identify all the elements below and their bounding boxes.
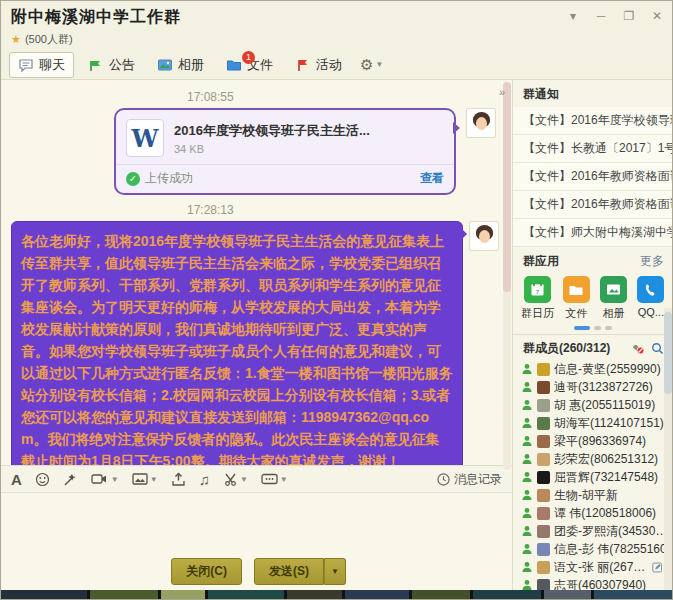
member-row[interactable]: 梁平(896336974)	[521, 432, 672, 450]
tab-相册[interactable]: 相册	[149, 53, 212, 77]
close-button[interactable]: 关闭(C)	[171, 558, 242, 585]
member-avatar	[537, 417, 550, 430]
view-file-link[interactable]: 查看	[420, 170, 444, 187]
member-row[interactable]: 彭荣宏(806251312)	[521, 450, 672, 468]
app-label: QQ...	[638, 306, 664, 318]
window-menu-icon[interactable]: ▾	[566, 9, 580, 23]
tab-聊天[interactable]: 聊天	[9, 52, 74, 78]
mute-notifications-icon[interactable]	[631, 342, 645, 355]
member-name: 生物-胡平新	[554, 487, 618, 504]
member-row[interactable]: 志哥(460307940)	[521, 576, 672, 590]
edit-icon[interactable]	[652, 561, 662, 574]
member-name: 屈晋辉(732147548)	[554, 469, 658, 486]
font-icon[interactable]: A	[11, 471, 22, 488]
online-status-icon	[521, 489, 533, 501]
tab-bar: 聊天公告相册1文件活动⚙▼	[1, 48, 672, 80]
app-相册[interactable]: 相册	[598, 276, 628, 321]
emoji-icon[interactable]	[35, 472, 50, 487]
settings-gear-icon[interactable]: ⚙▼	[360, 56, 383, 74]
file-message-row: W 2016年度学校领导班子民主生活... 34 KB ✓ 上传成功 查看	[114, 108, 512, 195]
member-avatar	[537, 399, 550, 412]
message-input[interactable]	[1, 493, 512, 557]
page-dot[interactable]	[594, 326, 601, 330]
member-row[interactable]: 团委-罗熙清(345306773)	[521, 522, 672, 540]
taskbar-segment	[345, 590, 409, 599]
notice-item[interactable]: 【文件】2016年教师资格面试附中...	[513, 191, 672, 219]
member-row[interactable]: 胡海军(1124107151)	[521, 414, 672, 432]
member-row[interactable]: 信息-彭 伟(78255160)	[521, 540, 672, 558]
page-dot[interactable]	[605, 326, 612, 330]
message-text: 各位老师好，现将2016年度学校领导班子民主生活会的意见征集表上传至群共享，值此…	[21, 230, 453, 465]
member-avatar	[537, 579, 550, 591]
member-name: 信息-黄坚(2559990)	[554, 361, 661, 378]
chat-scrollbar-thumb[interactable]	[503, 82, 511, 292]
search-icon[interactable]	[651, 342, 664, 355]
sender-avatar[interactable]	[466, 108, 496, 138]
member-avatar	[537, 381, 550, 394]
member-row[interactable]: 胡 惠(2055115019)	[521, 396, 672, 414]
member-name: 梁平(896336974)	[554, 433, 646, 450]
taskbar-segment	[594, 590, 672, 599]
files-icon: 1	[226, 57, 242, 73]
taskbar-segment	[1, 590, 87, 599]
notice-item[interactable]: 【文件】长教通〔2017〕1号.doc	[513, 135, 672, 163]
tab-活动[interactable]: 活动	[287, 53, 350, 77]
message-box-icon[interactable]: ▼	[261, 473, 288, 486]
member-avatar	[537, 525, 550, 538]
app-QQ...[interactable]: QQ...	[636, 276, 666, 321]
shake-icon[interactable]	[63, 472, 78, 487]
online-status-icon	[521, 381, 533, 393]
group-title: 附中梅溪湖中学工作群	[11, 7, 566, 28]
member-name: 语文-张 丽(26793662)	[554, 559, 648, 576]
upload-status: 上传成功	[145, 170, 415, 187]
member-row[interactable]: 信息-黄坚(2559990)	[521, 360, 672, 378]
member-row[interactable]: 谭 伟(1208518006)	[521, 504, 672, 522]
maximize-icon[interactable]: ❐	[622, 9, 636, 23]
apps-header: 群应用 更多	[513, 247, 672, 272]
message-history-button[interactable]: 消息记录	[437, 471, 502, 488]
online-status-icon	[521, 363, 533, 375]
send-button[interactable]: 发送(S)	[254, 558, 324, 585]
notice-item[interactable]: 【文件】师大附中梅溪湖中学外派...	[513, 219, 672, 247]
member-row[interactable]: 语文-张 丽(26793662)	[521, 558, 672, 576]
screenshot-icon[interactable]: ▼	[223, 472, 248, 487]
close-icon[interactable]: ✕	[650, 9, 664, 23]
member-name: 团委-罗熙清(345306773)	[554, 523, 672, 540]
app-群日历[interactable]: 7群日历	[521, 276, 554, 321]
text-message-row: 各位老师好，现将2016年度学校领导班子民主生活会的意见征集表上传至群共享，值此…	[11, 221, 512, 465]
notice-item[interactable]: 【文件】2016年度学校领导班子民...	[513, 107, 672, 135]
page-dot-active[interactable]	[574, 326, 590, 330]
titlebar: 附中梅溪湖中学工作群 ▾ ─ ❐ ✕	[1, 1, 672, 31]
minimize-icon[interactable]: ─	[594, 9, 608, 23]
send-options-caret[interactable]: ▼	[324, 558, 346, 585]
taskbar-segment	[412, 590, 470, 599]
file-message-bubble[interactable]: W 2016年度学校领导班子民主生活... 34 KB ✓ 上传成功 查看	[114, 108, 456, 195]
notice-item[interactable]: 【文件】2016年教师资格面试实施...	[513, 163, 672, 191]
timestamp: 17:28:13	[187, 203, 512, 217]
tab-文件[interactable]: 1文件	[218, 53, 281, 77]
taskbar-segment	[208, 590, 284, 599]
member-row[interactable]: 屈晋辉(732147548)	[521, 468, 672, 486]
app-文件[interactable]: 文件	[561, 276, 591, 321]
member-row[interactable]: 生物-胡平新	[521, 486, 672, 504]
sidebar-scrollbar[interactable]	[664, 308, 672, 590]
member-row[interactable]: 迪哥(3123872726)	[521, 378, 672, 396]
app-label: 文件	[565, 306, 587, 321]
video-icon[interactable]: ▼	[91, 472, 119, 486]
collapse-sidebar-icon[interactable]: »	[499, 86, 505, 98]
input-toolbar: A▼▼♫▼▼ 消息记录	[1, 465, 512, 493]
apps-more-link[interactable]: 更多	[640, 253, 664, 270]
upload-icon[interactable]	[171, 472, 186, 487]
group-subtitle-row: ★ (500人群)	[1, 31, 672, 48]
member-name: 迪哥(3123872726)	[554, 379, 653, 396]
tab-公告[interactable]: 公告	[80, 53, 143, 77]
image-icon[interactable]: ▼	[132, 472, 158, 486]
sender-avatar[interactable]	[469, 221, 499, 251]
sidebar-scrollbar-thumb[interactable]	[664, 312, 672, 394]
chat-scrollbar[interactable]	[503, 82, 511, 470]
member-avatar	[537, 561, 550, 574]
music-icon[interactable]: ♫	[199, 471, 210, 488]
text-message-bubble[interactable]: 各位老师好，现将2016年度学校领导班子民主生活会的意见征集表上传至群共享，值此…	[11, 221, 463, 465]
file-info: W 2016年度学校领导班子民主生活... 34 KB	[116, 110, 454, 164]
tab-label: 聊天	[39, 56, 65, 74]
